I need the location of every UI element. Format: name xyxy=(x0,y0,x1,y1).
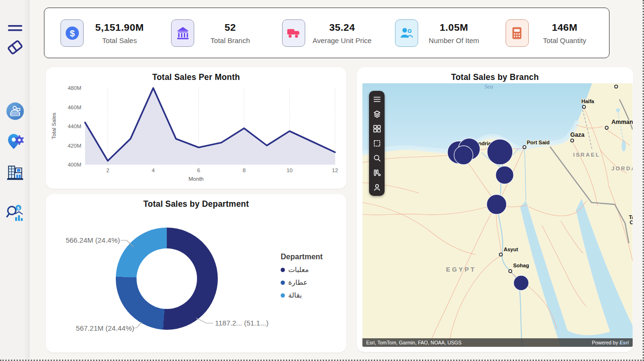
legend-bullet-icon xyxy=(281,281,285,285)
svg-text:460M: 460M xyxy=(68,105,81,110)
calculator-icon xyxy=(506,19,529,47)
kpi-label: Number Of Item xyxy=(426,36,482,44)
sidebar: $ xyxy=(0,0,30,360)
svg-text:2: 2 xyxy=(106,167,109,173)
kpi-number-of-item: 1.05M Number Of Item xyxy=(395,19,482,47)
city-dot xyxy=(615,85,618,88)
location-gear-icon xyxy=(6,132,25,151)
donut-chart[interactable] xyxy=(116,228,218,330)
sea-label: Sea xyxy=(484,83,493,90)
city-dot xyxy=(583,106,585,108)
svg-text:12: 12 xyxy=(332,167,338,173)
sales-search-chart-icon: $ xyxy=(5,203,25,223)
branch-bubble[interactable] xyxy=(487,139,513,165)
legend-item-spices[interactable]: عطارة xyxy=(281,278,323,287)
svg-text:8: 8 xyxy=(242,167,245,173)
dead-sea xyxy=(622,140,626,151)
sidebar-sales-analysis-icon[interactable]: $ xyxy=(5,203,26,223)
city-label: Port Said xyxy=(527,140,550,145)
sidebar-cashier-icon[interactable] xyxy=(5,101,26,122)
svg-text:440M: 440M xyxy=(68,123,81,129)
svg-text:400M: 400M xyxy=(68,162,81,167)
kpi-value: 35.24 xyxy=(313,22,372,33)
kpi-value: 5,151.90M xyxy=(91,22,148,33)
attribution-sources: Esri, TomTom, Garmin, FAO, NOAA, USGS xyxy=(366,340,462,345)
donut-legend: Department معلبات عطارة بقالة xyxy=(281,253,323,299)
map-attribution: Esri, TomTom, Garmin, FAO, NOAA, USGS Po… xyxy=(362,338,633,347)
layers-icon[interactable] xyxy=(373,110,381,118)
search-icon[interactable] xyxy=(373,154,381,162)
map-card: Total Sales by Branch xyxy=(357,67,633,352)
kpi-total-quantity: 146M Total Quantity xyxy=(506,19,593,47)
store-building-icon xyxy=(5,162,25,182)
svg-text:$: $ xyxy=(17,205,20,211)
israel-label: ISRAEL xyxy=(573,152,600,158)
egypt-label: EGYPT xyxy=(446,266,476,273)
sidebar-eraser-icon[interactable] xyxy=(5,37,26,58)
powered-by: Powered by Esri xyxy=(592,340,629,345)
legend-item-canned[interactable]: معلبات xyxy=(281,265,323,274)
city-label: Gaza xyxy=(570,132,585,138)
truck-icon xyxy=(282,19,305,47)
sidebar-store-icon[interactable] xyxy=(5,162,26,183)
kpi-value: 52 xyxy=(202,22,258,33)
suez-canal xyxy=(524,149,526,201)
donut-chart-title: Total Sales by Department xyxy=(46,194,346,209)
person-icon[interactable] xyxy=(373,183,381,192)
city-label: Asyut xyxy=(504,247,518,252)
kpi-label: Total Quantity xyxy=(536,36,593,44)
svg-text:420M: 420M xyxy=(68,143,81,149)
kpi-label: Total Sales xyxy=(91,36,148,44)
extent-selection-icon[interactable] xyxy=(373,139,381,148)
kpi-total-sales: $ 5,151.90M Total Sales xyxy=(60,19,148,47)
kpi-average-unit-price: 35.24 Average Unit Price xyxy=(282,19,372,47)
line-chart-x-ticks: 24681012 xyxy=(106,167,338,173)
legend-item-grocery[interactable]: بقالة xyxy=(281,291,323,299)
jordan-label: JORDAN xyxy=(611,166,633,171)
kpi-label: Total Branch xyxy=(202,36,258,44)
svg-text:$: $ xyxy=(69,28,75,38)
sidebar-menu-icon[interactable] xyxy=(5,18,26,39)
map-toolbar xyxy=(369,91,385,196)
svg-text:10: 10 xyxy=(286,167,292,173)
branch-bubble[interactable] xyxy=(514,275,529,291)
menu-icon xyxy=(8,25,23,32)
city-label: Sohag xyxy=(513,263,529,268)
map-title: Total Sales by Branch xyxy=(357,67,633,82)
city-dot xyxy=(499,253,502,256)
city-dot xyxy=(509,270,512,273)
dollar-coin-icon: $ xyxy=(60,19,84,47)
map-canvas[interactable]: Sea EGYPT ISRAEL JORDAN AlexandriaPort S… xyxy=(362,83,633,347)
basemap-gallery-icon[interactable] xyxy=(373,124,381,133)
city-label: Amman xyxy=(611,119,633,125)
people-icon xyxy=(395,19,418,47)
dashboard-page: $ $ 5,151.90M Total Sales xyxy=(0,0,644,361)
donut-callout-grocery: 566.24M (24.4%) xyxy=(55,236,120,244)
branch-bubble[interactable] xyxy=(454,146,473,165)
legend-title: Department xyxy=(281,253,323,261)
esri-link[interactable]: Esri xyxy=(619,340,629,345)
city-dot xyxy=(630,221,633,224)
kpi-banner: $ 5,151.90M Total Sales 52 Total Branch xyxy=(44,8,610,58)
kpi-value: 1.05M xyxy=(426,22,482,33)
map-menu-icon[interactable] xyxy=(373,95,381,104)
line-chart-plot[interactable]: 400M420M440M460M480M 24681012 xyxy=(46,67,346,189)
donut-callout-spices: 567.21M (24.44%) xyxy=(65,324,134,332)
legend-bullet-icon xyxy=(281,293,285,298)
branch-bubble[interactable] xyxy=(496,166,514,184)
branch-bubble[interactable] xyxy=(487,194,507,214)
sidebar-location-services-icon[interactable] xyxy=(5,131,26,152)
svg-text:6: 6 xyxy=(197,167,200,173)
bookmarks-icon[interactable] xyxy=(373,168,381,177)
kpi-total-branch: 52 Total Branch xyxy=(171,19,258,47)
line-chart-card: Total Sales Per Month Total Sales Month … xyxy=(46,67,346,189)
line-chart-y-ticks: 400M420M440M460M480M xyxy=(68,85,81,167)
line-chart-area-fill xyxy=(85,88,335,165)
donut-chart-card: Total Sales by Department 1187.2... (51.… xyxy=(46,194,346,352)
svg-text:4: 4 xyxy=(152,167,155,173)
eraser-icon xyxy=(5,37,25,57)
legend-bullet-icon xyxy=(281,268,285,272)
donut-callout-canned: 1187.2... (51.1...) xyxy=(215,319,268,327)
city-dot xyxy=(605,126,608,129)
city-dot xyxy=(523,146,526,149)
